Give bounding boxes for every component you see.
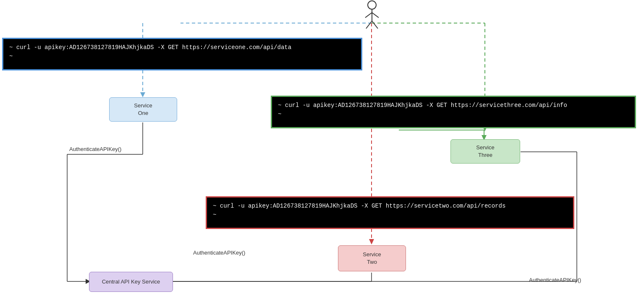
terminal-green-command: ~ curl -u apikey:AD126738127819HAJKhjkaD…	[278, 101, 629, 110]
svg-line-24	[365, 13, 372, 18]
diagram: ~ curl -u apikey:AD126738127819HAJKhjkaD…	[0, 0, 644, 294]
svg-line-27	[372, 21, 378, 29]
terminal-blue: ~ curl -u apikey:AD126738127819HAJKhjkaD…	[2, 38, 362, 70]
terminal-red: ~ curl -u apikey:AD126738127819HAJKhjkaD…	[206, 196, 574, 229]
terminal-red-command: ~ curl -u apikey:AD126738127819HAJKhjkaD…	[213, 202, 567, 211]
central-key-service-node: Central API Key Service	[89, 272, 173, 292]
service-two-node: ServiceTwo	[338, 245, 406, 271]
svg-marker-7	[369, 239, 374, 245]
authenticate-label-2: AuthenticateAPIKey()	[193, 250, 245, 256]
terminal-blue-command: ~ curl -u apikey:AD126738127819HAJKhjkaD…	[9, 43, 355, 52]
stick-figure	[361, 0, 383, 31]
service-three-label: ServiceThree	[476, 144, 494, 159]
service-two-label: ServiceTwo	[363, 251, 381, 266]
service-one-label: ServiceOne	[134, 102, 152, 117]
service-one-node: ServiceOne	[109, 97, 177, 122]
terminal-green: ~ curl -u apikey:AD126738127819HAJKhjkaD…	[271, 96, 636, 128]
svg-line-26	[366, 21, 372, 29]
svg-line-25	[372, 13, 379, 18]
terminal-red-prompt: ~	[213, 211, 567, 219]
central-key-label: Central API Key Service	[102, 278, 160, 286]
terminal-green-prompt: ~	[278, 110, 629, 119]
service-three-node: ServiceThree	[450, 139, 520, 164]
svg-marker-2	[140, 92, 145, 97]
authenticate-label-1: AuthenticateAPIKey()	[69, 146, 121, 152]
svg-point-22	[368, 1, 376, 9]
terminal-blue-prompt: ~	[9, 52, 355, 61]
authenticate-label-3: AuthenticateAPIKey()	[529, 277, 581, 283]
